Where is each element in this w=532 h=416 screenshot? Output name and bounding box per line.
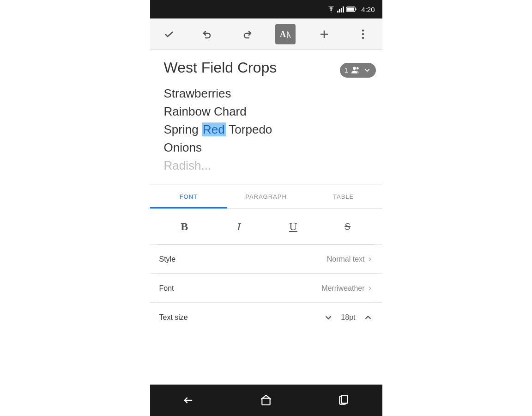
text-size-value: 18pt <box>341 313 355 322</box>
format-panel: FONT PARAGRAPH TABLE B I U S Style Norma… <box>150 184 382 332</box>
line-spring-red: Spring Red Torpedo <box>164 121 369 139</box>
undo-button[interactable] <box>198 24 218 44</box>
chevron-down-icon <box>363 66 371 74</box>
bottom-nav <box>150 385 382 416</box>
checkmark-button[interactable] <box>159 24 179 44</box>
bold-button[interactable]: B <box>172 214 196 239</box>
line-radish: Radish... <box>164 157 369 175</box>
format-buttons-row: B I U S <box>150 209 382 245</box>
text-size-controls: 18pt <box>323 312 373 323</box>
font-row[interactable]: Font Merriweather <box>150 274 382 303</box>
status-icons <box>327 6 357 12</box>
svg-rect-0 <box>337 11 339 12</box>
svg-rect-1 <box>339 9 340 12</box>
text-size-row: Text size 18pt <box>150 303 382 332</box>
more-button[interactable] <box>353 24 373 44</box>
style-value: Normal text <box>327 255 365 263</box>
signal-icon <box>337 6 345 12</box>
font-chevron-icon <box>367 285 373 292</box>
back-button[interactable] <box>177 389 200 412</box>
person-icon <box>351 66 360 75</box>
document-title: West Field Crops <box>164 59 369 76</box>
status-bar: 4:20 <box>150 0 382 18</box>
svg-point-13 <box>362 29 363 31</box>
toolbar: A <box>150 18 382 50</box>
svg-rect-3 <box>343 6 344 12</box>
text-format-button[interactable]: A <box>275 24 296 44</box>
size-down-icon[interactable] <box>323 312 333 323</box>
style-row[interactable]: Style Normal text <box>150 245 382 274</box>
strikethrough-button[interactable]: S <box>336 214 360 239</box>
text-size-label: Text size <box>159 313 188 322</box>
svg-point-17 <box>356 67 358 69</box>
document-content[interactable]: Strawberries Rainbow Chard Spring Red To… <box>164 85 369 175</box>
svg-rect-6 <box>356 8 357 10</box>
font-value-group: Merriweather <box>321 284 373 293</box>
font-label: Font <box>159 284 174 293</box>
line-strawberries: Strawberries <box>164 85 369 103</box>
tab-table[interactable]: TABLE <box>305 184 382 208</box>
selected-word: Red <box>202 122 226 136</box>
svg-rect-2 <box>341 8 342 12</box>
style-value-group: Normal text <box>327 255 373 263</box>
battery-icon <box>346 6 357 12</box>
recents-button[interactable] <box>332 389 355 412</box>
italic-button[interactable]: I <box>227 214 251 239</box>
svg-text:A: A <box>280 30 286 39</box>
line-rainbow-chard: Rainbow Chard <box>164 103 369 121</box>
svg-point-14 <box>362 33 363 35</box>
svg-rect-18 <box>262 398 270 405</box>
collaborator-badge[interactable]: 1 <box>340 63 376 78</box>
document-area[interactable]: West Field Crops 1 Strawberries Rainbow … <box>150 50 382 184</box>
svg-rect-5 <box>347 8 354 11</box>
redo-button[interactable] <box>236 24 257 44</box>
home-button[interactable] <box>254 389 278 412</box>
font-value: Merriweather <box>321 284 364 293</box>
underline-button[interactable]: U <box>281 214 305 239</box>
line-onions: Onions <box>164 139 369 157</box>
status-time: 4:20 <box>361 6 375 13</box>
tab-paragraph[interactable]: PARAGRAPH <box>227 184 305 208</box>
tab-bar: FONT PARAGRAPH TABLE <box>150 184 382 209</box>
svg-point-15 <box>362 37 363 38</box>
size-up-icon[interactable] <box>363 312 373 323</box>
svg-line-9 <box>288 31 290 38</box>
svg-rect-20 <box>341 395 347 403</box>
style-label: Style <box>159 255 176 263</box>
wifi-icon <box>327 6 335 12</box>
phone-container: 4:20 A <box>150 0 382 416</box>
style-chevron-icon <box>367 256 373 263</box>
add-button[interactable] <box>314 24 334 44</box>
tab-font[interactable]: FONT <box>150 184 228 208</box>
svg-point-16 <box>353 67 356 70</box>
collaborator-count: 1 <box>345 67 348 74</box>
